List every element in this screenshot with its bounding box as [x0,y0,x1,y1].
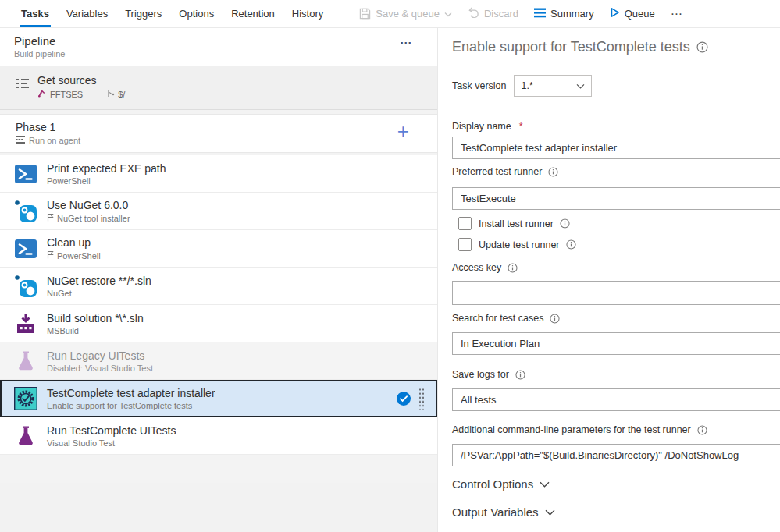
task-type: Enable support for TestComplete tests [47,401,192,410]
task-title: Run Legacy UITests [47,349,429,362]
vstest-flask-icon [14,424,37,448]
preferred-runner-input[interactable] [452,187,780,210]
save-and-queue-label: Save & queue [376,8,440,20]
vstest-flask-icon-disabled [14,349,37,373]
discard-button[interactable]: Discard [460,0,526,27]
task-row-run-testcomplete-uitests[interactable]: Run TestComplete UITests Visual Studio T… [0,417,437,455]
pipeline-subtitle: Build pipeline [14,49,423,59]
queue-button[interactable]: Queue [602,0,663,27]
pipeline-header[interactable]: Pipeline Build pipeline ⋯ [0,28,437,66]
info-icon[interactable] [548,167,558,177]
nuget-icon [14,200,37,223]
preferred-runner-group: Preferred test runner [452,166,780,177]
install-test-runner-label: Install test runner [479,218,554,229]
task-version-dropdown[interactable]: 1.* [514,75,592,97]
checkbox-box[interactable] [458,238,472,251]
msbuild-icon [14,312,37,335]
info-icon[interactable] [515,370,525,380]
display-name-input[interactable] [452,137,780,159]
access-key-input[interactable] [452,281,780,305]
display-name-group: Display name* [452,121,780,132]
toolbar-actions: Save & queue Discard Summary [351,0,690,27]
add-task-button[interactable]: + [397,121,409,141]
task-row-nuget-restore[interactable]: NuGet restore **/*.sln NuGet [0,268,437,305]
task-selected-checkmark[interactable] [397,392,411,406]
control-options-label: Control Options [452,477,533,491]
install-test-runner-checkbox[interactable]: Install test runner [458,217,570,230]
info-icon[interactable] [696,41,708,53]
mapping-icon [107,90,115,99]
access-key-label: Access key [452,262,501,273]
task-type: Disabled: Visual Studio Test [47,364,153,373]
preferred-runner-label: Preferred test runner [452,166,542,177]
update-test-runner-label: Update test runner [479,239,560,250]
summary-button[interactable]: Summary [526,0,602,27]
info-icon[interactable] [566,239,576,250]
info-icon[interactable] [560,218,570,229]
chevron-down-icon [444,8,452,20]
powershell-icon [14,237,37,261]
top-toolbar: Tasks Variables Triggers Options Retenti… [0,0,780,28]
task-row-use-nuget[interactable]: Use NuGet 6.0.0 NuGet tool installer [0,193,437,230]
testcomplete-icon [14,387,37,410]
flag-icon [47,213,54,223]
control-options-section[interactable]: Control Options [452,477,780,491]
update-test-runner-checkbox[interactable]: Update test runner [458,238,576,251]
agent-icon [16,136,25,145]
toolbar-divider [340,5,340,22]
task-row-build-solution[interactable]: Build solution *\*.sln MSBuild [0,305,437,342]
pipeline-more-button[interactable]: ⋯ [400,36,412,50]
task-type: Visual Studio Test [47,438,115,448]
output-variables-section[interactable]: Output Variables [452,505,780,519]
search-test-cases-group: Search for test cases [452,313,780,324]
task-type: NuGet tool installer [57,214,130,223]
required-asterisk: * [519,121,523,132]
pipeline-title: Pipeline [14,34,423,48]
task-title: Print expected EXE path [47,162,429,175]
task-title: Use NuGet 6.0.0 [47,199,429,211]
task-type: PowerShell [57,251,101,261]
info-icon[interactable] [697,425,707,435]
output-variables-label: Output Variables [452,505,539,519]
get-sources-icon [16,76,33,109]
additional-params-group: Additional command-line parameters for t… [452,424,780,435]
tfvc-repo-icon [37,89,46,99]
chevron-down-icon [533,477,550,491]
chevron-down-icon [539,505,555,519]
task-row-clean-up[interactable]: Clean up PowerShell [0,230,437,268]
section-divider [565,512,780,512]
summary-list-icon [534,8,546,20]
task-row-print-expected-exe-path[interactable]: Print expected EXE path PowerShell [0,155,437,193]
toolbar-more-button[interactable]: ⋯ [663,7,691,21]
tab-triggers[interactable]: Triggers [116,0,170,27]
access-key-group: Access key [452,262,780,273]
task-version-value: 1.* [521,80,532,91]
drag-handle[interactable] [418,388,426,410]
info-icon[interactable] [508,263,518,273]
task-version-row: Task version 1.* [452,75,592,97]
task-title: NuGet restore **/*.sln [47,275,429,287]
additional-params-input[interactable] [452,444,780,466]
section-divider [559,484,780,484]
search-test-cases-input[interactable] [452,332,780,355]
tab-retention[interactable]: Retention [223,0,283,27]
save-logs-input[interactable] [452,388,780,411]
get-sources-item[interactable]: Get sources FFTSES $/ [0,66,437,110]
task-type: PowerShell [47,176,91,186]
repo-name: FFTSES [50,90,83,99]
tab-history[interactable]: History [283,0,332,27]
task-row-run-legacy-uitests[interactable]: Run Legacy UITests Disabled: Visual Stud… [0,342,437,380]
tab-tasks[interactable]: Tasks [12,0,58,27]
pane-filler [0,483,437,532]
save-icon [359,8,371,20]
tab-options[interactable]: Options [170,0,223,27]
powershell-icon [14,162,37,186]
phase-item[interactable]: Phase 1 Run on agent + [0,114,437,153]
flag-icon [47,250,54,261]
checkbox-box[interactable] [458,217,472,230]
pipeline-tabs: Tasks Variables Triggers Options Retenti… [12,0,332,27]
tab-variables[interactable]: Variables [58,0,116,27]
task-row-testcomplete-adapter-installer[interactable]: TestComplete test adapter installer Enab… [0,380,437,417]
save-and-queue-button[interactable]: Save & queue [351,0,460,27]
info-icon[interactable] [550,314,560,324]
